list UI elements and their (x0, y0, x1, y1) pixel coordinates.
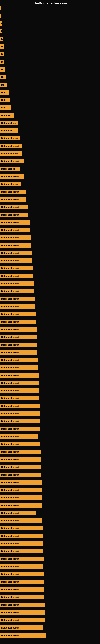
bar: Bottleneck result (0, 304, 35, 309)
bar-row: Bottleneck result (0, 297, 35, 301)
bar-row: Bottleneck result (0, 312, 36, 316)
site-title: TheBottlenecker.com (0, 0, 100, 6)
bar-row: Bottleneck resu (0, 182, 21, 186)
bar: Bottleneck result (0, 442, 40, 446)
bar-row: Bottleneck result (0, 220, 30, 224)
bar: Bottleneck result (0, 472, 41, 477)
bar-row: B (0, 52, 4, 56)
bar-row: Bottleneck result (0, 480, 42, 484)
bar: Bottleneck result (0, 228, 30, 232)
bar: Bottleneck result (0, 220, 30, 224)
bar-row: Bottleneck result (0, 427, 40, 431)
bar-row: Bottleneck result (0, 496, 42, 500)
bar: Bo (0, 82, 7, 87)
bar-row: Bottleneck result (0, 465, 41, 469)
bar: Bottleneck result (0, 373, 39, 378)
bar: Bottleneck result (0, 335, 37, 339)
bar-row: Bottleneck result (0, 488, 42, 492)
bar: Bottleneck result (0, 358, 38, 362)
bar-row: Bottleneck resu (0, 151, 22, 156)
bar-row: B (0, 60, 4, 64)
bar: Bottleneck result (0, 144, 22, 148)
bar: Bottleneck result (0, 534, 43, 538)
bar-row: Bottleneck result (0, 404, 40, 408)
bar: Bottleneck result (0, 289, 34, 294)
bar: Bottleneck result (0, 465, 41, 469)
bar: Bottleneck result (0, 350, 37, 354)
bar: B (0, 60, 4, 64)
bar: Bottleneck resu (0, 151, 22, 156)
bar: Bottleneck result (0, 212, 28, 217)
bar-row: Bottleneck result (0, 503, 42, 508)
bar-row: Bottleneck result (0, 320, 36, 324)
bar-row: Bottleneck result (0, 236, 31, 240)
bar: Bottleneck result (0, 503, 42, 508)
bar-row: Bottleneck result (0, 626, 43, 630)
bar-row: Bottleneck result (0, 289, 34, 294)
bar-row: Bottleneck result (0, 304, 35, 309)
bar-row: Bottleneck result (0, 274, 33, 278)
bar: Bottleneck resu (0, 182, 21, 186)
bar-row: Bottleneck result (0, 595, 44, 599)
bar: Bottleneck result (0, 580, 44, 584)
bar-row (0, 6, 1, 10)
bar: Bottleneck result (0, 281, 34, 286)
bar-row: Bott (0, 90, 9, 94)
bar-row: Bottleneck result (0, 190, 26, 194)
bar: Bottleneck result (0, 457, 41, 462)
bar: Bottlenec (0, 113, 14, 118)
bar: Bott (0, 98, 10, 102)
bar-row (0, 14, 1, 18)
chart-area: TheBottlenecker.com EEEBBBBBoBoBottBottB… (0, 0, 100, 644)
bar-row: Bottleneck result (0, 159, 24, 164)
bar: B (0, 67, 5, 72)
bar: Bottleneck result (0, 618, 45, 622)
bar-row: Bottleneck result (0, 419, 40, 424)
bar-row: Bottleneck result (0, 281, 34, 286)
bar: Bottleneck result (0, 602, 45, 607)
bar-row: Bottlenec (0, 113, 14, 118)
bar: Bott (0, 106, 11, 110)
bar-row: Bottleneck result (0, 335, 37, 339)
bar: Bottleneck result (0, 488, 42, 492)
bar-row: Bottleneck (0, 128, 18, 133)
bar-row: Bottleneck result (0, 602, 45, 607)
bar-row: Bottleneck result (0, 450, 41, 454)
bar-row: Bottleneck result (0, 564, 43, 569)
bar: Bottleneck result (0, 297, 35, 301)
bar-row: Bottleneck result (0, 174, 24, 179)
bar: Bottleneck result (0, 197, 26, 202)
bar: Bott (0, 90, 9, 94)
bar: E (0, 29, 2, 34)
bar: Bottleneck result (0, 518, 42, 523)
bar: Bottleneck result (0, 595, 44, 599)
bar: Bottleneck result (0, 572, 44, 576)
bar: Bottleneck result (0, 274, 33, 278)
bar: Bottleneck re (0, 167, 20, 171)
bar: Bottleneck result (0, 174, 24, 179)
bar-row: Bottleneck result (0, 342, 37, 347)
bar-row: Bo (0, 82, 7, 87)
bar-row: E (0, 29, 2, 34)
bar: Bottleneck result (0, 266, 33, 270)
bar-row: Bottleneck result (0, 266, 33, 270)
bar (0, 6, 1, 10)
bar: Bottleneck result (0, 549, 43, 554)
bar: Bottleneck result (0, 626, 43, 630)
bar-row: Bottleneck result (0, 381, 39, 385)
bar-row: B (0, 67, 5, 72)
bar-row: Bottleneck result (0, 258, 32, 263)
bar: Bottleneck resu (0, 136, 20, 140)
bar: Bottleneck result (0, 511, 36, 515)
bar-row: Bottleneck result (0, 472, 41, 477)
bar-row: Bottleneck result (0, 618, 45, 622)
bar-row: Bottleneck result (0, 457, 41, 462)
bar-row: B (0, 44, 3, 49)
bar: Bottleneck result (0, 587, 44, 592)
bar-row: Bottleneck result (0, 534, 43, 538)
bar-row: Bottleneck result (0, 633, 46, 638)
bar-row: Bottleneck result (0, 442, 40, 446)
bar: Bottleneck result (0, 388, 39, 393)
bar: Bottleneck result (0, 411, 40, 416)
bar: Bottleneck result (0, 526, 43, 530)
